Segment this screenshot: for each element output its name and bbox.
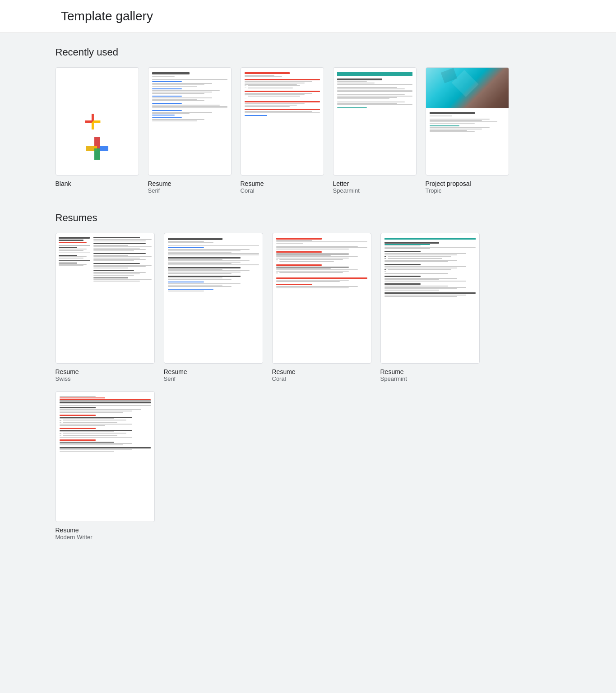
- template-thumbnail-project-tropic[interactable]: [426, 67, 509, 176]
- template-thumbnail-swiss[interactable]: [56, 233, 155, 364]
- main-content: Recently used Blank: [37, 33, 579, 572]
- template-subname-serif-recent: Serif: [148, 187, 232, 194]
- section-recently-used: Recently used Blank: [56, 46, 561, 194]
- spearmint-resume-preview: [381, 233, 479, 363]
- svg-rect-4: [94, 148, 100, 160]
- template-thumbnail-serif-recent[interactable]: [148, 67, 232, 176]
- recently-used-grid: Blank: [56, 67, 561, 194]
- template-resume-serif[interactable]: Resume Serif: [164, 233, 263, 382]
- template-name-project-tropic: Project proposal: [426, 180, 509, 187]
- template-letter-spearmint[interactable]: Letter Spearmint: [333, 67, 417, 194]
- template-name-swiss: Resume: [56, 368, 155, 375]
- serif-doc-preview-2: [164, 233, 263, 363]
- swiss-doc-preview: [56, 233, 154, 363]
- template-thumbnail-spearmint[interactable]: [380, 233, 480, 364]
- template-subname-coral: Coral: [272, 375, 371, 382]
- template-thumbnail-coral-recent[interactable]: [241, 67, 324, 176]
- template-thumbnail-serif[interactable]: [164, 233, 263, 364]
- section-title-recently-used: Recently used: [56, 46, 561, 58]
- template-name-serif: Resume: [164, 368, 263, 375]
- resumes-grid-row2: Resume Modern Writer: [56, 391, 561, 541]
- template-resume-coral-recent[interactable]: Resume Coral: [241, 67, 324, 194]
- spearmint-letter-preview: [333, 68, 416, 175]
- template-name-coral: Resume: [272, 368, 371, 375]
- template-name-blank: Blank: [56, 180, 139, 187]
- template-thumbnail-letter-spearmint[interactable]: [333, 67, 417, 176]
- page-title: Template gallery: [61, 9, 598, 23]
- template-project-tropic[interactable]: Project proposal Tropic: [426, 67, 509, 194]
- template-resume-serif-recent[interactable]: Resume Serif: [148, 67, 232, 194]
- template-subname-serif: Serif: [164, 375, 263, 382]
- template-resume-modern[interactable]: Resume Modern Writer: [56, 391, 155, 541]
- template-resume-spearmint[interactable]: Resume Spearmint: [380, 233, 480, 382]
- coral-doc-preview: [241, 68, 324, 175]
- serif-doc-preview: [148, 68, 231, 175]
- resumes-grid: Resume Swiss: [56, 233, 561, 382]
- template-thumbnail-coral[interactable]: [272, 233, 371, 364]
- template-name-serif-recent: Resume: [148, 180, 232, 187]
- template-subname-project-tropic: Tropic: [426, 187, 509, 194]
- tropic-doc-preview: [426, 68, 509, 175]
- template-name-modern: Resume: [56, 527, 155, 534]
- template-resume-coral[interactable]: Resume Coral: [272, 233, 371, 382]
- template-name-coral-recent: Resume: [241, 180, 324, 187]
- template-resume-swiss[interactable]: Resume Swiss: [56, 233, 155, 382]
- spearmint-green-bar: [384, 238, 476, 240]
- swiss-right-col: [93, 237, 152, 360]
- spearmint-top-bar: [337, 72, 412, 76]
- template-thumbnail-blank[interactable]: [56, 67, 139, 176]
- template-subname-swiss: Swiss: [56, 375, 155, 382]
- template-name-letter-spearmint: Letter: [333, 180, 417, 187]
- section-title-resumes: Resumes: [56, 212, 561, 224]
- template-subname-spearmint: Spearmint: [380, 375, 480, 382]
- template-subname-letter-spearmint: Spearmint: [333, 187, 417, 194]
- template-subname-modern: Modern Writer: [56, 534, 155, 541]
- template-thumbnail-modern[interactable]: [56, 391, 155, 522]
- page-header: Template gallery: [0, 0, 616, 33]
- template-name-spearmint: Resume: [380, 368, 480, 375]
- template-blank[interactable]: Blank: [56, 67, 139, 194]
- modern-doc-preview: [56, 392, 154, 522]
- swiss-left-col: [59, 237, 90, 360]
- template-subname-coral-recent: Coral: [241, 187, 324, 194]
- section-resumes: Resumes: [56, 212, 561, 541]
- coral-doc-preview-2: [273, 233, 371, 363]
- plus-icon: [83, 108, 111, 135]
